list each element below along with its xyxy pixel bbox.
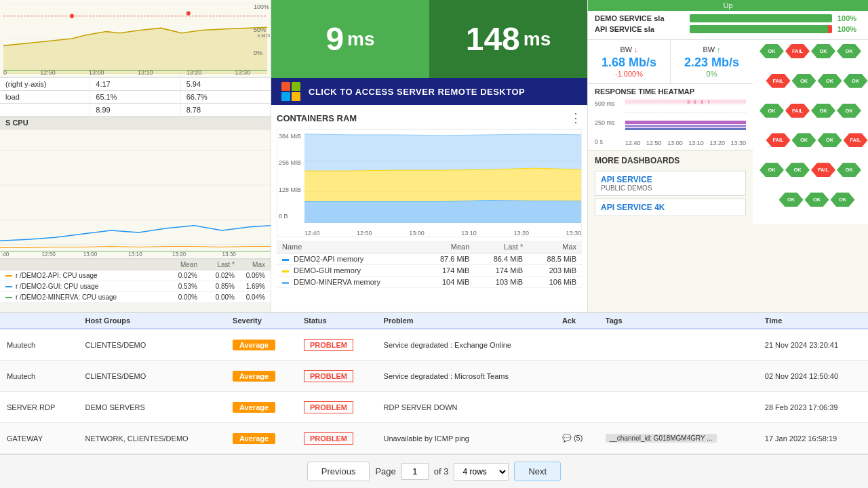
ram-chart-inner (304, 129, 581, 223)
metric-value-2: 148 (466, 20, 520, 58)
stats-load-1: 65.1% (90, 91, 180, 103)
prob-ack-4: 💬 (5) (555, 423, 599, 454)
svg-rect-30 (625, 121, 746, 124)
col-mean: Mean (422, 241, 475, 253)
hex-ok-17: OK (831, 192, 855, 207)
bw-down-title: BW ↓ (598, 45, 660, 54)
containers-table: Name Mean Last * Max DEMO2-API memory (277, 241, 582, 288)
prob-tags-2 (599, 361, 758, 392)
container-row-api: DEMO2-API memory 87.6 MiB 86.4 MiB 88.5 … (277, 253, 582, 265)
svg-rect-31 (625, 125, 746, 127)
heatmap-title: RESPONSE TIME HEATMAP (595, 87, 746, 96)
stats-num-1: 8.99 (90, 104, 180, 116)
legend-gui-mean: 0.53% (160, 283, 197, 290)
prob-tags-3 (599, 392, 758, 423)
dashboard-api-service[interactable]: API SERVICE PUBLIC DEMOS (595, 171, 746, 196)
stats-load-label: load (0, 91, 90, 103)
prob-ack-1 (555, 329, 599, 361)
status-badge-3: PROBLEM (304, 401, 353, 413)
sla-section: DEMO SERVICE sla 100% API SERVICE sla 10… (588, 11, 868, 40)
container-gui-last: 174 MiB (475, 265, 528, 277)
hex-ok-12: OK (760, 163, 784, 177)
prob-ack-3 (555, 392, 599, 423)
svg-text::40: :40 (1, 251, 9, 258)
ram-x-1250: 12:50 (357, 230, 372, 237)
col-name: Name (277, 241, 422, 253)
cpu-section: S CPU (0, 117, 271, 259)
heatmap-section: RESPONSE TIME HEATMAP 500 ms 250 ms 0 s (588, 84, 753, 150)
metrics-row: 9 ms 148 ms (271, 0, 587, 78)
prob-status-1: PROBLEM (297, 329, 377, 361)
legend-api-mean: 0.02% (160, 272, 197, 279)
legend-row-api: r /DEMO2-API: CPU usage 0.02% 0.02% 0.06… (0, 270, 271, 281)
prob-hostgroups-4: NETWORK, CLIENTES/DEMO (78, 423, 226, 454)
previous-button[interactable]: Previous (307, 462, 370, 481)
bw-down-change: -1.000% (598, 70, 660, 78)
container-api-last: 86.4 MiB (475, 253, 528, 265)
svg-rect-33 (688, 100, 690, 104)
top-status-bar: Up (588, 0, 868, 11)
sla-demo-pct: 100% (837, 14, 861, 22)
hex-row-3: OK FAIL OK OK (759, 103, 862, 119)
col-last: Last * (475, 241, 528, 253)
bw-hex-row: BW ↓ 1.68 Mb/s -1.000% BW ↑ 2.23 Mb/s 0% (588, 40, 868, 224)
left-panel: 100% 50% 0% 0 12:50 13:00 13:10 13:20 13… (0, 0, 271, 312)
win-quad-red (281, 82, 290, 91)
page-number-input[interactable] (401, 463, 429, 480)
rows-per-page-select[interactable]: 4 rows 10 rows 25 rows 50 rows (454, 463, 509, 481)
chart-x-1300: 13:00 (89, 69, 104, 76)
win-quad-blue (281, 92, 290, 101)
prob-severity-2: Average (226, 361, 297, 392)
heatmap-y-labels: 500 ms 250 ms 0 s (595, 99, 615, 146)
stats-load-2: 66.7% (181, 91, 271, 103)
svg-text:13:20: 13:20 (172, 251, 186, 258)
problem-row-2: Muutech CLIENTES/DEMO Average PROBLEM Se… (0, 361, 868, 392)
sla-api-bar (690, 25, 832, 33)
col-status: Status (297, 313, 377, 329)
legend-minerva-max: 0.04% (235, 293, 265, 301)
containers-more-button[interactable]: ⋮ (570, 110, 582, 125)
dashboard-api-service-4k[interactable]: API SERVICE 4K (595, 199, 746, 216)
metric-148ms: 148 ms (429, 0, 587, 78)
hex-ok-6: OK (844, 74, 868, 88)
hex-ok-3: OK (837, 44, 861, 58)
metric-value-1: 9 (326, 20, 344, 58)
col-severity: Severity (226, 313, 297, 329)
comment-icon: 💬 (562, 434, 572, 442)
more-dashboards-title: MORE DASHBOARDS (595, 156, 746, 165)
ram-x-1320: 13:20 (513, 230, 529, 237)
chart-x-1330: 13:30 (235, 69, 250, 76)
problem-row-4: GATEWAY NETWORK, CLIENTES/DEMO Average P… (0, 423, 868, 454)
arrow-up-icon: ↑ (717, 45, 721, 54)
cpu-chart: :40 12:50 13:00 13:10 13:20 13:30 (0, 129, 271, 258)
right-panel: Up DEMO SERVICE sla 100% API SERVICE sla (588, 0, 868, 312)
more-dashboards-section: MORE DASHBOARDS API SERVICE PUBLIC DEMOS… (588, 150, 753, 224)
status-badge-4: PROBLEM (304, 432, 353, 445)
svg-text:13:10: 13:10 (128, 251, 142, 258)
remote-desktop-button[interactable]: CLICK TO ACCESS SERVER REMOTE DESKTOP (271, 78, 587, 105)
ram-x-1310: 13:10 (461, 230, 477, 237)
stats-num-2: 8.78 (181, 104, 271, 116)
bw-section: BW ↓ 1.68 Mb/s -1.000% BW ↑ 2.23 Mb/s 0% (588, 40, 753, 224)
stats-row-2: load 65.1% 66.7% (0, 91, 271, 104)
cpu-title: S CPU (0, 117, 271, 129)
container-api-max: 88.5 MiB (528, 253, 582, 265)
prob-hostgroups-2: CLIENTES/DEMO (78, 361, 226, 392)
chart-x-1310: 13:10 (138, 69, 153, 76)
next-button[interactable]: Next (514, 462, 561, 481)
legend-row-minerva: r /DEMO2-MINERVA: CPU usage 0.00% 0.00% … (0, 292, 271, 303)
legend-api-max: 0.06% (235, 272, 265, 279)
dashboard-api-name: API SERVICE (601, 175, 740, 184)
legend-row-gui: r /DEMO2-GUI: CPU usage 0.53% 0.85% 1.69… (0, 281, 271, 292)
container-api-name: DEMO2-API memory (277, 253, 422, 265)
svg-text:13:30: 13:30 (222, 251, 236, 258)
chart-x-1250: 12:50 (40, 69, 56, 76)
chart-x-1320: 13:20 (186, 69, 202, 76)
legend-gui-last: 0.85% (197, 283, 235, 290)
problem-row-3: SERVER RDP DEMO SERVERS Average PROBLEM … (0, 392, 868, 423)
hex-ok-11: OK (818, 133, 842, 147)
col-problem: Problem (377, 313, 555, 329)
dashboard-api4k-name: API SERVICE 4K (601, 203, 740, 212)
status-badge-1: PROBLEM (304, 339, 353, 351)
svg-marker-24 (304, 200, 581, 223)
